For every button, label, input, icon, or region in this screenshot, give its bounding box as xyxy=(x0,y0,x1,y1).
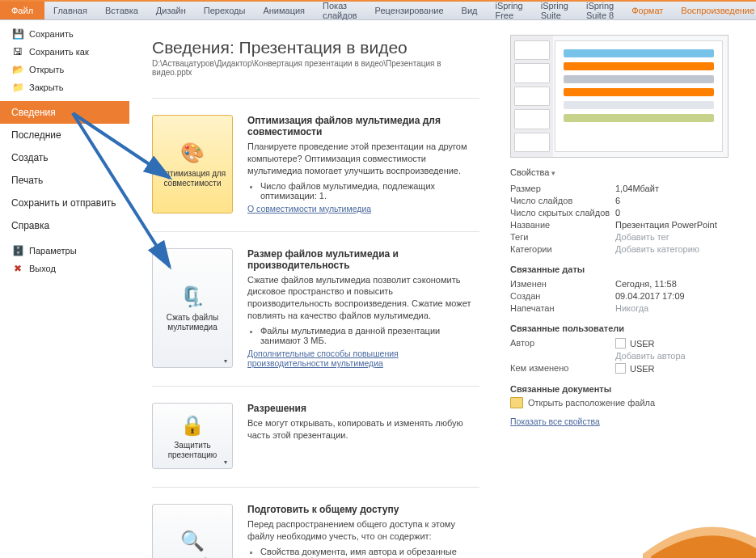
section-protect: 🔒 Защитить презентацию ▾ Разрешения Все … xyxy=(152,386,479,487)
presentation-thumbnail xyxy=(510,35,729,158)
tab-ispring-free[interactable]: iSpring Free xyxy=(486,2,531,19)
sidebar-recent[interactable]: Последние xyxy=(0,124,129,146)
backstage-sidebar: 💾Сохранить 🖫Сохранить как 📂Открыть 📁Закр… xyxy=(0,20,129,558)
palette-icon: 🎨 xyxy=(179,140,205,166)
lock-icon: 🔒 xyxy=(179,412,205,438)
folder-icon xyxy=(510,397,523,408)
tab-design[interactable]: Дизайн xyxy=(147,2,195,19)
close-icon: 📁 xyxy=(11,81,24,94)
inspect-icon: 🔍 xyxy=(179,528,205,554)
add-author[interactable]: Добавить автора xyxy=(615,351,745,361)
properties-panel: Свойства Размер1,04Мбайт Число слайдов6 … xyxy=(502,20,756,558)
tab-home[interactable]: Главная xyxy=(44,2,96,19)
tab-view[interactable]: Вид xyxy=(453,2,487,19)
compress-help-link[interactable]: Дополнительные способы повышения произво… xyxy=(247,349,399,368)
author-avatar-icon xyxy=(615,338,626,349)
permissions-heading: Разрешения xyxy=(247,403,479,414)
sidebar-save-send[interactable]: Сохранить и отправить xyxy=(0,192,129,214)
compress-heading: Размер файлов мультимедиа и производител… xyxy=(247,248,479,271)
compress-icon: 🗜️ xyxy=(179,284,205,310)
optimize-compat-button[interactable]: 🎨 Оптимизация для совместимости xyxy=(152,115,233,213)
section-optimize: 🎨 Оптимизация для совместимости Оптимиза… xyxy=(152,98,479,231)
ribbon: Файл Главная Вставка Дизайн Переходы Ани… xyxy=(0,2,756,20)
sidebar-save-as[interactable]: 🖫Сохранить как xyxy=(0,43,129,61)
tab-review[interactable]: Рецензирование xyxy=(366,2,453,19)
optimize-heading: Оптимизация файлов мультимедиа для совме… xyxy=(247,115,479,137)
section-inspect: 🔍 Поиск проблем ▾ Подготовить к общему д… xyxy=(152,487,479,558)
related-users-heading: Связанные пользователи xyxy=(510,323,745,333)
tab-animations[interactable]: Анимация xyxy=(254,2,314,19)
exit-icon: ✖ xyxy=(11,262,24,275)
save-as-icon: 🖫 xyxy=(11,45,24,58)
sidebar-help[interactable]: Справка xyxy=(0,214,129,237)
file-tab[interactable]: Файл xyxy=(0,2,44,19)
sidebar-new[interactable]: Создать xyxy=(0,146,129,169)
related-dates-heading: Связанные даты xyxy=(510,264,745,274)
author-avatar-icon xyxy=(615,363,626,374)
save-icon: 💾 xyxy=(11,27,24,40)
section-compress: 🗜️ Сжать файлы мультимедиа ▾ Размер файл… xyxy=(152,231,479,386)
tab-insert[interactable]: Вставка xyxy=(96,2,147,19)
show-all-properties-link[interactable]: Показать все свойства xyxy=(510,416,600,426)
tab-playback[interactable]: Воспроизведение xyxy=(672,2,756,19)
tab-ispring-suite[interactable]: iSpring Suite xyxy=(532,2,577,19)
page-title: Сведения: Презентация в видео xyxy=(152,38,479,57)
open-icon: 📂 xyxy=(11,63,24,76)
options-icon: 🗄️ xyxy=(11,244,24,257)
check-issues-button[interactable]: 🔍 Поиск проблем ▾ xyxy=(152,504,233,558)
protect-presentation-button[interactable]: 🔒 Защитить презентацию ▾ xyxy=(152,403,233,469)
sidebar-exit[interactable]: ✖Выход xyxy=(0,260,129,277)
share-heading: Подготовить к общему доступу xyxy=(247,504,479,515)
sidebar-open[interactable]: 📂Открыть xyxy=(0,61,129,78)
sidebar-print[interactable]: Печать xyxy=(0,169,129,192)
chevron-down-icon: ▾ xyxy=(224,459,227,466)
tab-transitions[interactable]: Переходы xyxy=(195,2,255,19)
open-file-location[interactable]: Открыть расположение файла xyxy=(510,397,745,408)
sidebar-close[interactable]: 📁Закрыть xyxy=(0,78,129,96)
tab-slideshow[interactable]: Показ слайдов xyxy=(314,2,366,19)
related-docs-heading: Связанные документы xyxy=(510,384,745,394)
tab-ispring-suite-8[interactable]: iSpring Suite 8 xyxy=(577,2,623,19)
optimize-help-link[interactable]: О совместимости мультимедиа xyxy=(247,204,371,213)
sidebar-save[interactable]: 💾Сохранить xyxy=(0,25,129,43)
properties-dropdown[interactable]: Свойства xyxy=(510,167,745,177)
compress-media-button[interactable]: 🗜️ Сжать файлы мультимедиа ▾ xyxy=(152,248,233,368)
add-tag[interactable]: Добавить тег xyxy=(615,232,745,242)
sidebar-options[interactable]: 🗄️Параметры xyxy=(0,242,129,260)
tab-format[interactable]: Формат xyxy=(623,2,672,19)
add-category[interactable]: Добавить категорию xyxy=(615,244,745,254)
sidebar-info[interactable]: Сведения xyxy=(0,101,129,124)
chevron-down-icon: ▾ xyxy=(224,357,227,365)
corner-swoosh-icon xyxy=(643,509,756,558)
info-panel: Сведения: Презентация в видео D:\Астваца… xyxy=(129,20,502,558)
file-path: D:\Аствацатуров\Дидактор\Конвертация пре… xyxy=(152,59,479,77)
